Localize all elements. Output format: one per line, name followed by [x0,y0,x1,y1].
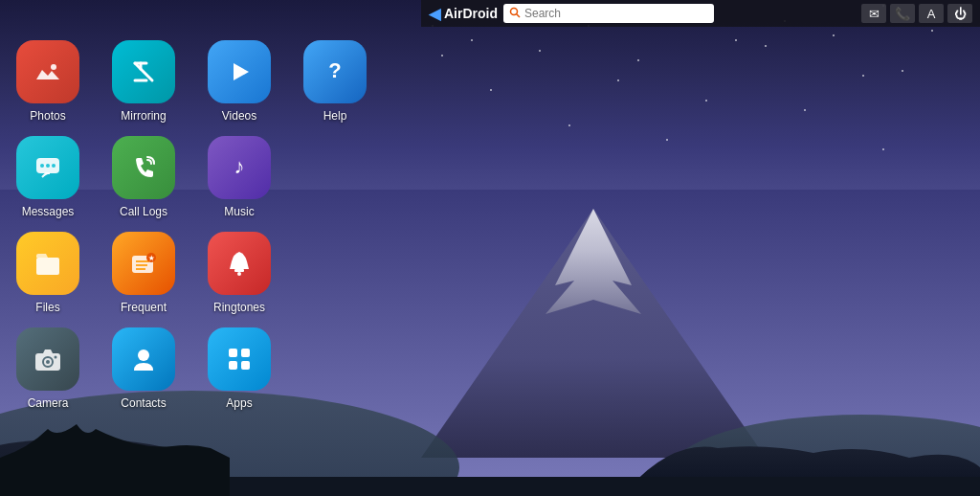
power-icon[interactable]: ⏻ [947,4,972,23]
mirroring-label: Mirroring [121,109,166,123]
svg-line-11 [135,63,152,80]
mirroring-icon [112,40,175,103]
svg-text:★: ★ [148,255,155,261]
files-icon [16,232,79,295]
svg-line-8 [517,14,521,18]
app-videos[interactable]: Videos [201,40,278,123]
app-frequent[interactable]: ★ Frequent [105,232,182,314]
music-icon: ♪ [208,136,271,199]
calllogs-icon [112,136,175,199]
photos-label: Photos [30,109,65,123]
app-help[interactable]: ? Help [297,40,373,123]
svg-point-7 [511,9,518,15]
app-calllogs[interactable]: Call Logs [105,136,182,218]
camera-label: Camera [28,396,69,410]
svg-text:?: ? [328,58,341,82]
contacts-icon [112,327,175,391]
calllogs-label: Call Logs [120,205,167,218]
svg-point-18 [46,164,50,168]
music-label: Music [224,205,254,218]
svg-point-9 [51,64,56,70]
svg-rect-21 [36,258,59,275]
brand-logo[interactable]: ◀ AirDroid [429,5,498,23]
help-label: Help [323,109,347,123]
app-files[interactable]: Files [10,232,86,314]
messages-icon [16,136,79,199]
app-apps[interactable]: Apps [201,327,278,410]
svg-point-19 [52,164,56,168]
app-music[interactable]: ♪ Music [201,136,278,218]
frequent-icon: ★ [112,232,175,295]
videos-label: Videos [222,109,256,123]
apps-label: Apps [226,396,252,410]
phone-icon[interactable]: 📞 [890,4,915,23]
svg-point-33 [55,356,57,359]
app-ringtones[interactable]: Ringtones [201,232,278,314]
app-contacts[interactable]: Contacts [105,327,182,410]
svg-point-17 [40,164,44,168]
brand-name: AirDroid [444,6,498,21]
videos-icon [208,40,271,103]
svg-rect-36 [241,349,250,357]
app-mirroring[interactable]: Mirroring [105,40,182,123]
frequent-label: Frequent [121,301,167,314]
app-camera[interactable]: Camera [10,327,86,410]
message-icon[interactable]: ✉ [861,4,886,23]
svg-text:♪: ♪ [234,154,245,178]
photos-icon [16,40,79,103]
contacts-label: Contacts [121,396,166,410]
topbar: ◀ AirDroid ✉ 📞 A ⏻ [421,0,980,27]
svg-rect-28 [234,269,244,272]
search-icon [509,5,521,22]
svg-rect-38 [241,361,250,370]
svg-marker-14 [234,63,249,80]
search-input[interactable] [524,7,708,20]
topbar-action-icons: ✉ 📞 A ⏻ [861,4,972,23]
messages-label: Messages [22,205,75,218]
text-icon[interactable]: A [919,4,944,23]
svg-rect-35 [229,349,237,357]
search-box[interactable] [503,4,714,23]
app-photos[interactable]: Photos [10,40,86,123]
app-grid: Photos Mirroring Videos ? Help [0,31,392,419]
svg-point-34 [138,349,149,361]
svg-point-32 [46,360,50,364]
camera-icon [16,327,79,391]
ringtones-icon [208,232,271,295]
ringtones-label: Ringtones [213,301,265,314]
app-messages[interactable]: Messages [10,136,86,218]
svg-rect-37 [229,361,237,370]
svg-point-29 [237,272,241,276]
files-label: Files [35,301,59,314]
back-arrow-icon[interactable]: ◀ [429,5,440,23]
help-icon: ? [303,40,367,103]
apps-icon [208,327,271,391]
